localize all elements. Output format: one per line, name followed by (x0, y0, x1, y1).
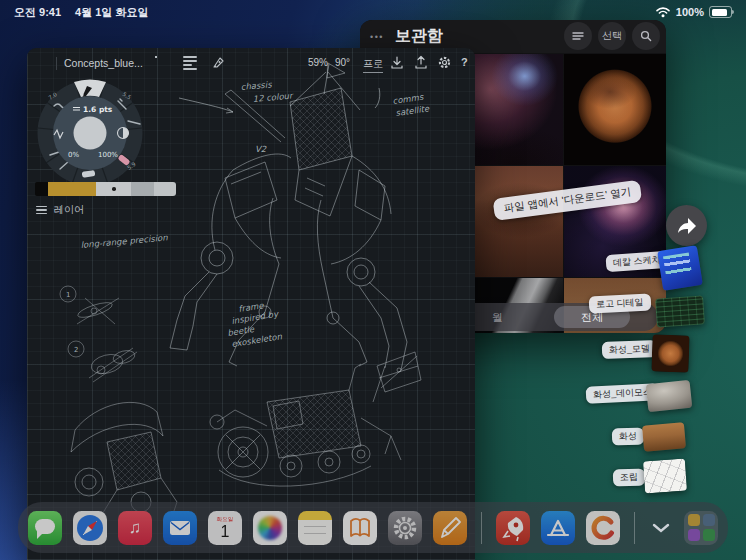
export-share-icon[interactable] (414, 55, 428, 70)
opacity-max-label: 100% (98, 151, 118, 159)
swatch-black-selected[interactable] (35, 182, 48, 196)
calendar-app-icon[interactable]: 화요일 1 (208, 511, 242, 545)
layers-menu-icon (36, 206, 47, 215)
drawing-pen-app-icon[interactable] (433, 511, 467, 545)
share-forward-button[interactable] (666, 205, 707, 246)
music-app-icon[interactable]: ♫ (118, 511, 152, 545)
status-bar: 오전 9:41 4월 1일 화요일 100% (0, 0, 746, 24)
view-options-button[interactable] (564, 22, 592, 50)
mail-app-icon[interactable] (163, 511, 197, 545)
notes-app-icon[interactable] (298, 511, 332, 545)
photos-app-icon[interactable] (253, 511, 287, 545)
tool-wheel[interactable]: 7.0 5.5 5.9 6.9 1.6 pts 0% 100% (30, 73, 150, 193)
svg-text:2: 2 (74, 346, 78, 354)
dock: ♫ 화요일 1 (18, 502, 728, 553)
search-icon (640, 30, 652, 42)
calendar-day: 1 (208, 523, 242, 540)
photo-thumb-mars-landscape[interactable] (462, 166, 563, 277)
calendar-weekday: 화요일 (208, 516, 242, 523)
drag-thumb-mars-model[interactable] (651, 334, 689, 372)
settings-app-icon[interactable] (388, 511, 422, 545)
svg-text:V2: V2 (255, 144, 267, 154)
import-icon[interactable] (390, 55, 404, 70)
drag-label: 조립 (613, 468, 646, 486)
battery-percent: 100% (676, 6, 704, 18)
swatch-lightgray[interactable] (96, 182, 131, 196)
layers-button[interactable]: 레이어 (36, 203, 84, 217)
svg-text:long-range precision: long-range precision (80, 232, 168, 250)
wifi-icon (655, 6, 671, 18)
forward-arrow-icon (676, 216, 698, 236)
layers-icon[interactable] (183, 56, 197, 69)
help-button[interactable]: ? (461, 56, 468, 68)
app-library-icon[interactable] (684, 511, 718, 545)
concepts-app-window: chassis 12 colour comms satellite V2 lon… (27, 48, 475, 560)
pen-nib-icon[interactable] (211, 55, 226, 70)
dock-chevron-button[interactable] (649, 516, 673, 540)
window-options-icon[interactable]: ••• (370, 32, 384, 42)
messages-app-icon[interactable] (28, 511, 62, 545)
svg-text:12 colour: 12 colour (252, 90, 294, 104)
photos-title: 보관함 (395, 26, 443, 47)
settings-gear-icon[interactable] (437, 55, 452, 70)
battery-icon (709, 6, 732, 18)
drag-label: 화성 (612, 427, 645, 445)
svg-text:1: 1 (66, 291, 70, 299)
drag-thumb-logo-detail[interactable] (655, 295, 705, 327)
photo-thumb-mars-globe[interactable] (564, 54, 666, 165)
zoom-level[interactable]: 59% (308, 57, 328, 68)
mech-rover-sketch (210, 352, 421, 486)
part-studies-sketch (60, 286, 137, 382)
gallery-grid-icon[interactable] (37, 57, 50, 70)
rocket-app-icon[interactable] (496, 511, 530, 545)
drag-label: 화성_모델 (602, 340, 658, 359)
search-button[interactable] (632, 22, 660, 50)
books-app-icon[interactable] (343, 511, 377, 545)
ipad-screen: ••• 보관함 선택 월 전체 (0, 0, 746, 560)
drag-thumb-mars-deimos[interactable] (646, 380, 693, 412)
svg-text:satellite: satellite (395, 103, 431, 118)
swatch-dot (112, 187, 116, 191)
app-store-app-icon[interactable] (541, 511, 575, 545)
opacity-min-label: 0% (68, 151, 79, 159)
canvas-rotation[interactable]: 90° (335, 57, 350, 68)
list-lines-icon (572, 31, 584, 41)
stroke-size-label: 1.6 pts (83, 105, 113, 114)
drag-thumb-decal-sketch[interactable] (657, 245, 703, 291)
drag-thumb-mars[interactable] (642, 422, 686, 452)
segment-months[interactable]: 월 (492, 310, 503, 325)
document-title[interactable]: Concepts_blue... (64, 57, 143, 69)
layers-label: 레이어 (54, 203, 84, 217)
drag-thumb-assembly[interactable] (643, 459, 687, 494)
svg-text:chassis: chassis (240, 79, 272, 92)
mech-spider-sketch (170, 63, 407, 370)
tool-wheel-center[interactable] (74, 117, 107, 150)
swatch-gold[interactable] (48, 182, 96, 196)
select-button[interactable]: 선택 (598, 22, 626, 50)
swatch-gray[interactable] (131, 182, 154, 196)
safari-app-icon[interactable] (73, 511, 107, 545)
swatch-silver[interactable] (154, 182, 176, 196)
precision-grid-icon[interactable] (155, 56, 168, 69)
status-time: 오전 9:41 (14, 5, 61, 20)
concepts-app-icon[interactable] (586, 511, 620, 545)
toolbar-divider (56, 57, 57, 70)
photo-thumb-horsehead-nebula[interactable] (462, 54, 563, 165)
dock-divider (481, 512, 482, 544)
pro-badge[interactable]: 프로 (363, 57, 383, 73)
status-date: 4월 1일 화요일 (75, 5, 148, 20)
chevron-down-icon (652, 523, 670, 533)
dock-divider (634, 512, 635, 544)
color-strip (35, 182, 176, 196)
drag-label: 로고 디테일 (589, 293, 651, 313)
